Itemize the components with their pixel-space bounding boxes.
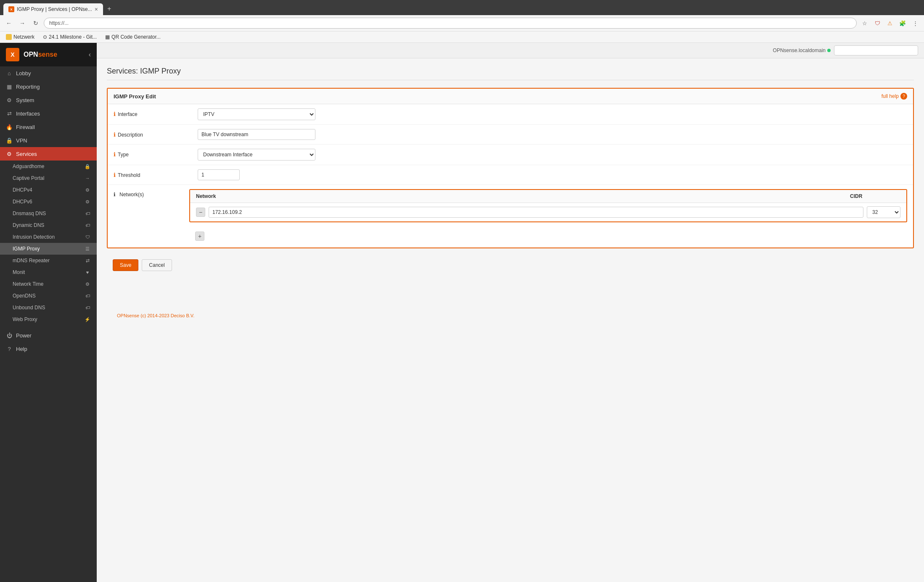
network-col-network-header: Network (196, 193, 850, 199)
dnsmasq-tag-icon: 🏷 (84, 210, 91, 217)
address-bar[interactable] (44, 18, 857, 29)
extensions-button[interactable]: 🧩 (897, 18, 908, 29)
sidebar-sub-intrusion-detection[interactable]: Intrusion Detection 🛡 (0, 231, 97, 243)
main-content: Services: IGMP Proxy IGMP Proxy Edit ful… (97, 58, 924, 582)
browser-tab-active[interactable]: X IGMP Proxy | Services | OPNse... × (3, 3, 103, 15)
mdns-repeater-label: mDNS Repeater (13, 258, 50, 263)
sidebar-sub-dhcpv6[interactable]: DHCPv6 ⚙ (0, 196, 97, 208)
web-proxy-label: Web Proxy (13, 316, 37, 322)
bookmark-qr[interactable]: ▦ QR Code Generator... (103, 33, 163, 41)
sidebar-label-services: Services (16, 151, 37, 157)
cidr-select[interactable]: 32 24 16 8 (867, 206, 900, 218)
sidebar-item-reporting[interactable]: ▦ Reporting (0, 80, 97, 93)
browser-chrome: X IGMP Proxy | Services | OPNse... × + (0, 0, 924, 15)
footer-text: OPNsense (c) 2014-2023 Deciso B.V. (117, 313, 194, 318)
sidebar-sub-network-time[interactable]: Network Time ⚙ (0, 278, 97, 290)
monit-heart-icon: ♥ (84, 269, 91, 276)
sidebar-sub-captive-portal[interactable]: Captive Portal → (0, 172, 97, 184)
sidebar-label-firewall: Firewall (16, 124, 35, 130)
description-field (198, 129, 907, 140)
sidebar-sub-igmp-proxy[interactable]: IGMP Proxy ☰ (0, 243, 97, 255)
footer: OPNsense (c) 2014-2023 Deciso B.V. (107, 309, 914, 322)
sidebar-sub-opendns[interactable]: OpenDNS 🏷 (0, 290, 97, 302)
back-button[interactable]: ← (3, 18, 14, 29)
full-help-label: full help (882, 93, 899, 99)
qr-icon: ▦ (105, 34, 110, 40)
browser-nav-bar: ← → ↻ ☆ 🛡 ⚠ 🧩 ⋮ (0, 15, 924, 32)
threshold-label: ℹ Threshold (114, 169, 198, 178)
add-network-button[interactable]: + (195, 232, 204, 241)
host-status: OPNsense.localdomain (773, 47, 831, 53)
forward-button[interactable]: → (17, 18, 28, 29)
sidebar-sub-web-proxy[interactable]: Web Proxy ⚡ (0, 313, 97, 325)
top-search-input[interactable] (834, 45, 918, 55)
interface-select[interactable]: IPTV WAN LAN (198, 108, 315, 120)
sidebar-sub-dynamic-dns[interactable]: Dynamic DNS 🏷 (0, 219, 97, 231)
star-button[interactable]: ☆ (859, 18, 870, 29)
network-ip-input[interactable] (209, 207, 863, 218)
sidebar-item-vpn[interactable]: 🔒 VPN (0, 134, 97, 147)
menu-button[interactable]: ⋮ (910, 18, 921, 29)
type-row: ℹ Type Downstream Interface Upstream Int… (108, 145, 913, 165)
sidebar-item-interfaces[interactable]: ⇄ Interfaces (0, 107, 97, 120)
description-required-icon: ℹ (114, 132, 116, 138)
sidebar-item-power[interactable]: ⏻ Power (0, 329, 97, 342)
cancel-button[interactable]: Cancel (142, 259, 172, 271)
shield-nav-icon[interactable]: 🛡 (872, 18, 883, 29)
networks-table-container: Network CIDR − 32 24 16 8 (189, 189, 907, 243)
sidebar-item-help[interactable]: ? Help (0, 342, 97, 356)
interface-label: ℹ Interface (114, 108, 198, 117)
services-icon: ⚙ (6, 150, 13, 157)
opnsense-logo-text: OPNsense (24, 51, 57, 58)
opnsense-logo: X (6, 48, 19, 61)
interface-required-icon: ℹ (114, 111, 116, 117)
threshold-input[interactable] (198, 169, 240, 180)
sidebar-sub-dhcpv4[interactable]: DHCPv4 ⚙ (0, 184, 97, 196)
help-icon: ? (6, 345, 13, 352)
bookmark-netzwerk-label: Netzwerk (13, 34, 34, 40)
sidebar-sub-monit[interactable]: Monit ♥ (0, 266, 97, 278)
network-col-cidr-header: CIDR (850, 193, 900, 199)
tab-close-button[interactable]: × (95, 6, 98, 13)
sidebar-label-lobby: Lobby (16, 70, 31, 76)
sidebar-sub-dnsmasq[interactable]: Dnsmasq DNS 🏷 (0, 208, 97, 219)
sidebar-sub-adguardhome[interactable]: Adguardhome 🔒 (0, 161, 97, 172)
interface-field: IPTV WAN LAN (198, 108, 907, 120)
sidebar-label-system: System (16, 97, 34, 103)
bookmark-milestone-label: 24.1 Milestone - Git... (49, 34, 97, 40)
description-input[interactable] (198, 129, 315, 140)
sidebar-item-services[interactable]: ⚙ Services (0, 147, 97, 161)
dhcpv6-label: DHCPv6 (13, 199, 32, 205)
sidebar-sub-unbound-dns[interactable]: Unbound DNS 🏷 (0, 302, 97, 313)
new-tab-button[interactable]: + (103, 3, 115, 15)
reload-button[interactable]: ↻ (30, 18, 41, 29)
sidebar-toggle-button[interactable]: ‹ (89, 51, 91, 58)
networks-label: ℹ Network(s) (114, 189, 189, 198)
sidebar-label-reporting: Reporting (16, 84, 40, 90)
full-help-link[interactable]: full help ? (882, 93, 907, 100)
type-select[interactable]: Downstream Interface Upstream Interface (198, 149, 315, 161)
sidebar-item-firewall[interactable]: 🔥 Firewall (0, 120, 97, 134)
add-network-row: + (189, 229, 907, 243)
igmp-proxy-form: IGMP Proxy Edit full help ? ℹ Interface … (107, 88, 914, 248)
sidebar-item-system[interactable]: ⚙ System (0, 93, 97, 107)
sidebar-label-help: Help (16, 346, 27, 352)
dhcpv4-label: DHCPv4 (13, 187, 32, 193)
monit-label: Monit (13, 269, 25, 275)
save-button[interactable]: Save (113, 259, 138, 271)
mdns-arrows-icon: ⇄ (84, 257, 91, 264)
bookmark-netzwerk[interactable]: Netzwerk (3, 33, 37, 41)
tab-title: IGMP Proxy | Services | OPNse... (17, 6, 92, 12)
sidebar-item-lobby[interactable]: ⌂ Lobby (0, 66, 97, 80)
networks-row: ℹ Network(s) Network CIDR − (108, 185, 913, 248)
bookmark-folder-icon (6, 34, 12, 40)
sidebar: X OPNsense ‹ ⌂ Lobby ▦ Reporting ⚙ Syste… (0, 43, 97, 582)
opendns-label: OpenDNS (13, 293, 36, 299)
remove-network-button[interactable]: − (196, 208, 205, 217)
bookmark-milestone[interactable]: ⊙ 24.1 Milestone - Git... (40, 33, 99, 41)
home-icon: ⌂ (6, 70, 13, 76)
alert-nav-icon[interactable]: ⚠ (884, 18, 895, 29)
igmp-filter-icon: ☰ (84, 245, 91, 252)
sidebar-sub-mdns-repeater[interactable]: mDNS Repeater ⇄ (0, 255, 97, 266)
captive-portal-label: Captive Portal (13, 175, 44, 181)
